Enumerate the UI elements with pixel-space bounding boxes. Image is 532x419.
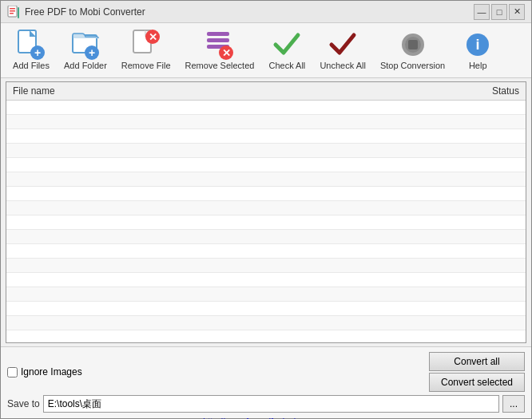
ignore-images-text: Ignore Images <box>21 366 82 377</box>
table-row <box>6 215 526 230</box>
svg-rect-1 <box>10 8 15 10</box>
convert-selected-button[interactable]: Convert selected <box>429 373 525 392</box>
add-folder-label: Add Folder <box>64 61 107 70</box>
app-window: Free PDF to Mobi Converter — □ ✕ + Add F… <box>0 0 532 419</box>
column-header-filename: File name <box>6 82 462 101</box>
add-files-label: Add Files <box>13 61 50 70</box>
check-all-button[interactable]: Check All <box>263 26 311 74</box>
title-bar-left: Free PDF to Mobi Converter <box>7 6 145 18</box>
svg-text:i: i <box>476 37 480 53</box>
table-row <box>6 259 526 273</box>
table-row <box>6 144 526 158</box>
column-header-status: Status <box>462 82 526 101</box>
add-folder-button[interactable]: + Add Folder <box>58 26 113 74</box>
stop-conversion-label: Stop Conversion <box>380 61 445 70</box>
save-path-input[interactable] <box>43 395 499 413</box>
app-title-icon <box>7 6 20 18</box>
uncheck-all-icon <box>328 30 357 59</box>
svg-text:✕: ✕ <box>148 31 157 43</box>
file-table-body <box>6 101 526 344</box>
convert-all-button[interactable]: Convert all <box>429 352 525 371</box>
remove-selected-button[interactable]: ✕ Remove Selected <box>180 26 260 74</box>
maximize-button[interactable]: □ <box>491 4 507 20</box>
ignore-images-checkbox[interactable] <box>7 367 18 377</box>
remove-file-icon: ✕ <box>132 30 161 59</box>
remove-selected-icon: ✕ <box>205 30 234 59</box>
title-bar-text: Free PDF to Mobi Converter <box>25 6 145 18</box>
stop-conversion-icon <box>399 30 427 59</box>
remove-file-button[interactable]: ✕ Remove File <box>116 26 177 74</box>
close-button[interactable]: ✕ <box>509 4 525 20</box>
table-row <box>6 201 526 215</box>
svg-rect-16 <box>207 32 229 36</box>
svg-rect-23 <box>408 40 418 49</box>
table-row <box>6 316 526 330</box>
link-bar: http://www.freepdfsolusions.com <box>7 416 525 419</box>
remove-file-label: Remove File <box>121 61 171 70</box>
bottom-row2: Save to ... <box>7 395 525 413</box>
middle-area: File name Status <box>1 78 531 346</box>
table-row <box>6 330 526 344</box>
title-bar: Free PDF to Mobi Converter — □ ✕ <box>1 1 531 23</box>
uncheck-all-label: Uncheck All <box>320 61 365 70</box>
bottom-row1: Ignore Images Convert all Convert select… <box>7 352 525 392</box>
table-row <box>6 129 526 144</box>
file-table-container[interactable]: File name Status <box>6 81 526 343</box>
browse-button[interactable]: ... <box>502 395 525 413</box>
svg-rect-2 <box>10 10 15 12</box>
table-row <box>6 273 526 287</box>
table-row <box>6 172 526 187</box>
table-row <box>6 115 526 129</box>
svg-rect-4 <box>18 7 19 18</box>
ignore-images-label[interactable]: Ignore Images <box>7 366 82 377</box>
table-row <box>6 101 526 115</box>
table-row <box>6 244 526 259</box>
convert-buttons: Convert all Convert selected <box>429 352 525 392</box>
save-to-label: Save to <box>7 398 40 409</box>
bottom-panel: Ignore Images Convert all Convert select… <box>1 346 531 418</box>
svg-rect-3 <box>10 13 14 14</box>
check-all-label: Check All <box>268 61 305 70</box>
check-all-icon <box>272 30 301 59</box>
remove-selected-label: Remove Selected <box>185 61 255 70</box>
svg-rect-17 <box>207 38 229 42</box>
add-files-icon: + <box>17 30 46 59</box>
stop-conversion-button[interactable]: Stop Conversion <box>375 26 451 74</box>
help-icon: i <box>463 30 492 59</box>
file-table: File name Status <box>6 82 526 343</box>
help-button[interactable]: i Help <box>454 26 502 74</box>
uncheck-all-button[interactable]: Uncheck All <box>314 26 371 74</box>
add-files-button[interactable]: + Add Files <box>7 26 55 74</box>
table-row <box>6 302 526 316</box>
toolbar: + Add Files + Add Folder <box>1 23 531 78</box>
svg-text:+: + <box>89 46 95 59</box>
add-folder-icon: + <box>71 30 100 59</box>
minimize-button[interactable]: — <box>474 4 490 20</box>
table-row <box>6 287 526 302</box>
title-bar-controls: — □ ✕ <box>474 4 525 20</box>
table-row <box>6 230 526 244</box>
table-row <box>6 187 526 201</box>
table-row <box>6 158 526 172</box>
svg-text:✕: ✕ <box>221 47 230 59</box>
svg-text:+: + <box>34 46 41 59</box>
help-label: Help <box>469 61 487 70</box>
